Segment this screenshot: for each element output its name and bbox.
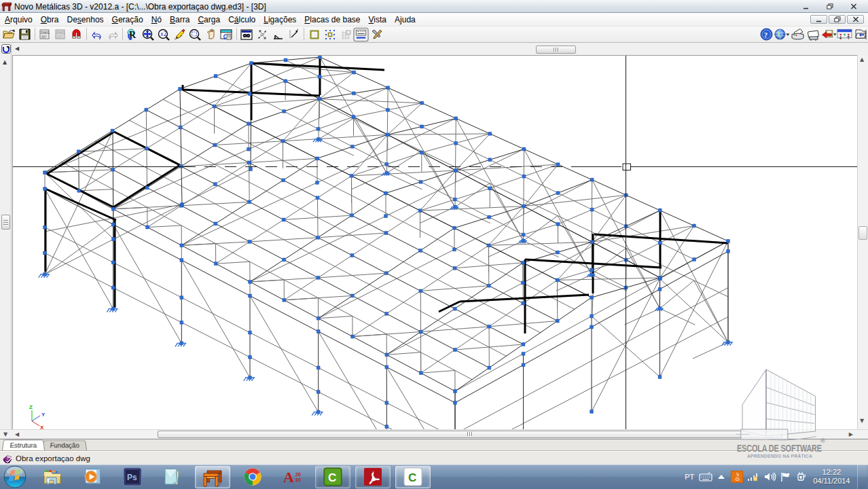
redraw-icon[interactable]: R (125, 27, 141, 42)
taskbar-media-player[interactable] (75, 466, 110, 488)
magnet-icon[interactable] (69, 27, 84, 42)
dwg-template-icon[interactable]: DWG (53, 27, 69, 42)
vertical-scroll-handle[interactable] (858, 226, 867, 240)
close-button[interactable] (845, 1, 863, 11)
mdi-close-button[interactable] (847, 15, 864, 24)
menu-ligações[interactable]: Ligações (259, 14, 300, 26)
tools-icon[interactable] (369, 27, 384, 42)
edit-pencil-icon[interactable] (172, 27, 187, 42)
taskbar-notepad[interactable] (155, 466, 190, 488)
view-window-icon[interactable] (219, 27, 234, 42)
rotate-scrollbar-top[interactable]: ◀ (12, 43, 857, 54)
taskbar-photoshop[interactable]: Ps (115, 466, 150, 488)
model-canvas[interactable]: ZYX (12, 55, 857, 429)
image-capture-icon[interactable] (239, 27, 255, 42)
tray-language[interactable]: PT (685, 473, 694, 481)
taskbar-chrome[interactable] (235, 466, 270, 488)
tray-volume-icon[interactable] (764, 472, 776, 482)
menu-placas-de-base[interactable]: Placas de base (300, 14, 364, 26)
rotation-mode-button[interactable] (1, 44, 11, 54)
coord-keys-icon[interactable] (353, 27, 369, 42)
restore-button[interactable] (821, 1, 839, 11)
undo-icon[interactable] (89, 27, 105, 42)
taskbar-metalicas3d[interactable] (195, 466, 230, 488)
grid-snap-icon[interactable] (338, 27, 353, 42)
angle-ref-icon[interactable] (270, 27, 286, 42)
redo-icon[interactable] (105, 27, 120, 42)
frame-olive-icon[interactable] (306, 27, 322, 42)
tray-network-icon[interactable] (747, 472, 759, 482)
zoom-window-icon[interactable] (187, 27, 203, 42)
printer-icon[interactable] (790, 27, 806, 42)
dimension-icon[interactable] (286, 27, 302, 42)
help-icon[interactable]: ? (759, 27, 774, 42)
rotate-scrollbar-left[interactable]: ▲ (0, 43, 12, 429)
menu-carga[interactable]: Carga (194, 14, 224, 26)
zoom-x2-icon[interactable]: x2 (156, 27, 172, 42)
rotate-up-arrow[interactable]: ▲ (3, 60, 7, 65)
svg-text:C: C (408, 471, 416, 484)
menu-arquivo[interactable]: Arquivo (1, 14, 37, 26)
scroll-left-arrow[interactable]: ◀ (15, 431, 19, 437)
taskbar-camtasia-recorder[interactable]: C (395, 466, 431, 488)
start-button[interactable] (2, 465, 27, 489)
taskbar-autocad[interactable]: A2010 (275, 466, 310, 488)
wireframe-lines (39, 56, 733, 430)
toolbar-separator (120, 28, 125, 41)
plotter-icon[interactable] (806, 27, 821, 42)
windows-taskbar: Ps A2010 C C PT 12:2204/11/2014 (0, 465, 868, 489)
dwg-import-icon[interactable]: DWG (37, 27, 53, 42)
horizontal-scrollbar[interactable]: ▼ ◀ ▶ (0, 429, 868, 439)
open-icon[interactable] (1, 27, 17, 42)
rotate-left-arrow[interactable]: ◀ (15, 46, 19, 52)
vertical-scrollbar[interactable]: ▲ ▼ (857, 55, 868, 429)
pan-hand-icon[interactable] (203, 27, 219, 42)
save-icon[interactable] (17, 27, 33, 42)
taskbar-camtasia[interactable]: C (315, 466, 350, 488)
svg-text:Ps: Ps (127, 473, 137, 482)
y-axis-line (32, 416, 40, 421)
selection-box-icon[interactable] (322, 27, 338, 42)
toolbar-separator (33, 28, 37, 41)
toolbar-separator (84, 28, 89, 41)
app-icon (1, 2, 12, 12)
export-red-icon[interactable] (821, 27, 837, 42)
taskbar-explorer[interactable] (35, 466, 70, 488)
structure-3d-wireframe[interactable]: ZYX (13, 56, 858, 430)
tab-estrutura[interactable]: Estrutura (2, 440, 45, 450)
system-tray: PT 12:2204/11/2014 (685, 465, 868, 489)
menu-barra[interactable]: Barra (166, 14, 194, 26)
menu-obra[interactable]: Obra (37, 14, 63, 26)
drawing-area: ◀ ▲ ZYX ▲ ▼ ▼ ◀ ▶ (0, 43, 868, 439)
rotate-handle-horizontal[interactable] (536, 46, 576, 54)
node-links-icon[interactable] (255, 27, 270, 42)
rotate-handle-vertical[interactable] (1, 215, 10, 230)
tray-keyboard-icon[interactable] (699, 472, 712, 482)
tray-flag-icon[interactable] (780, 472, 791, 482)
scroll-right-arrow[interactable]: ▶ (849, 431, 853, 437)
show-desktop-button[interactable] (857, 465, 867, 489)
mdi-restore-button[interactable] (829, 15, 846, 24)
scroll-up-arrow[interactable]: ▲ (860, 56, 864, 62)
menu-nó[interactable]: Nó (147, 14, 166, 26)
tray-java-icon[interactable] (731, 471, 743, 483)
mdi-minimize-button[interactable] (810, 15, 827, 24)
menu-vista[interactable]: Vista (365, 14, 391, 26)
exit-folder-icon[interactable] (852, 27, 868, 42)
menu-ajuda[interactable]: Ajuda (391, 14, 420, 26)
tray-chevron-up-icon[interactable] (717, 473, 726, 480)
globe-www-icon[interactable] (774, 27, 790, 42)
tray-clock[interactable]: 12:2204/11/2014 (813, 468, 850, 486)
menu-desenhos[interactable]: Desenhos (62, 14, 107, 26)
zoom-all-icon[interactable] (141, 27, 156, 42)
window-bars-icon[interactable] (837, 27, 852, 42)
rotate-down-arrow[interactable]: ▼ (3, 431, 7, 437)
toolbar-separator (234, 28, 239, 41)
menu-cálculo[interactable]: Cálculo (224, 14, 259, 26)
taskbar-adobe-reader[interactable] (355, 466, 391, 488)
tray-power-icon[interactable] (796, 471, 807, 482)
menu-geração[interactable]: Geração (108, 14, 147, 26)
scroll-down-arrow[interactable]: ▼ (860, 418, 864, 424)
tab-fundacao[interactable]: Fundação (42, 440, 87, 450)
minimize-button[interactable] (797, 1, 815, 11)
